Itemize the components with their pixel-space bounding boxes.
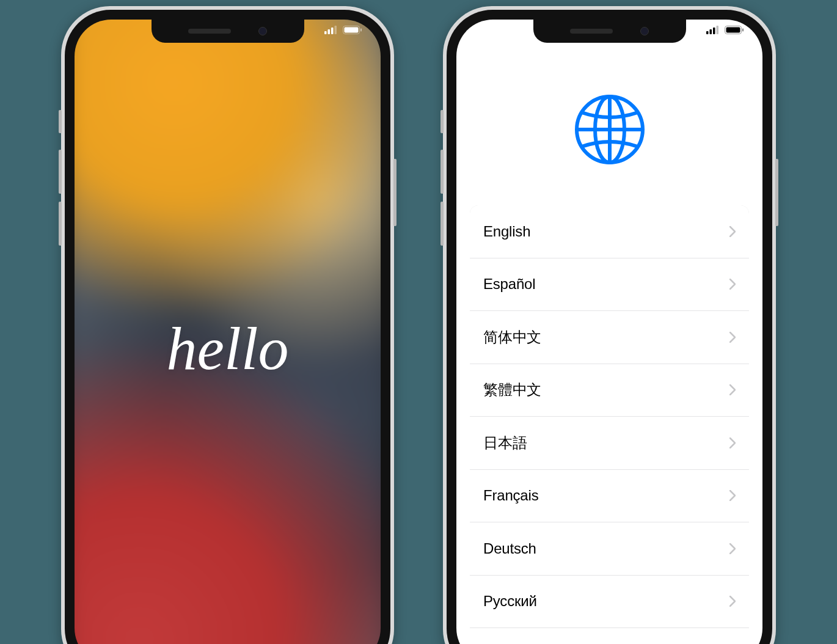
svg-rect-0 (324, 31, 327, 34)
phone-language-select: English Español 简体中文 繁體中文 (443, 6, 776, 644)
notch (533, 20, 686, 43)
svg-rect-7 (706, 31, 709, 34)
front-camera (258, 27, 267, 35)
svg-rect-1 (328, 29, 331, 34)
language-label: 日本語 (483, 433, 527, 453)
svg-rect-8 (710, 29, 712, 34)
svg-rect-5 (345, 27, 359, 33)
svg-rect-10 (717, 26, 719, 34)
phone-welcome: hello (61, 6, 394, 644)
chevron-right-icon (729, 279, 736, 290)
chevron-right-icon (729, 384, 736, 395)
language-item-deutsch[interactable]: Deutsch (470, 522, 749, 576)
phone-screen: hello (75, 20, 381, 644)
language-item-simplified-chinese[interactable]: 简体中文 (470, 311, 749, 364)
mute-switch[interactable] (59, 110, 62, 133)
language-label: English (483, 223, 530, 240)
language-item-japanese[interactable]: 日本語 (470, 417, 749, 470)
language-label: Русский (483, 593, 537, 610)
globe-icon (573, 93, 646, 169)
language-label: 繁體中文 (483, 380, 541, 400)
cellular-signal-icon (324, 26, 338, 37)
svg-rect-6 (360, 29, 362, 32)
svg-rect-13 (742, 29, 744, 32)
status-bar (324, 26, 362, 37)
svg-rect-9 (713, 27, 715, 34)
hello-greeting: hello (75, 20, 381, 644)
volume-down-button[interactable] (59, 202, 62, 246)
phone-screen: English Español 简体中文 繁體中文 (456, 20, 762, 644)
svg-rect-2 (331, 27, 334, 34)
language-item-portugues[interactable]: Português (470, 628, 749, 644)
language-item-espanol[interactable]: Español (470, 258, 749, 312)
language-item-francais[interactable]: Français (470, 470, 749, 523)
language-label: Español (483, 276, 535, 293)
language-item-traditional-chinese[interactable]: 繁體中文 (470, 364, 749, 417)
svg-rect-12 (726, 27, 740, 33)
volume-down-button[interactable] (440, 202, 444, 246)
language-select-screen: English Español 简体中文 繁體中文 (456, 20, 762, 644)
speaker-grille (188, 29, 231, 34)
volume-up-button[interactable] (59, 150, 62, 194)
power-button[interactable] (393, 159, 397, 226)
language-item-russian[interactable]: Русский (470, 576, 749, 629)
chevron-right-icon (729, 543, 736, 554)
language-label: Deutsch (483, 540, 536, 557)
front-camera (640, 27, 649, 35)
language-item-english[interactable]: English (470, 205, 749, 258)
chevron-right-icon (729, 332, 736, 343)
phone-frame: English Español 简体中文 繁體中文 (447, 10, 772, 644)
battery-icon (725, 26, 744, 37)
status-bar (706, 26, 744, 37)
battery-icon (343, 26, 362, 37)
svg-rect-3 (335, 26, 337, 34)
chevron-right-icon (729, 437, 736, 448)
cellular-signal-icon (706, 26, 720, 37)
language-list: English Español 简体中文 繁體中文 (470, 205, 749, 644)
notch (152, 20, 304, 43)
mute-switch[interactable] (440, 110, 444, 133)
chevron-right-icon (729, 490, 736, 501)
volume-up-button[interactable] (440, 150, 444, 194)
language-label: 简体中文 (483, 327, 541, 347)
speaker-grille (570, 29, 613, 34)
phone-frame: hello (65, 10, 390, 644)
chevron-right-icon (729, 596, 736, 607)
chevron-right-icon (729, 226, 736, 237)
globe-icon-container (456, 20, 762, 205)
language-label: Français (483, 487, 538, 504)
power-button[interactable] (775, 159, 778, 226)
